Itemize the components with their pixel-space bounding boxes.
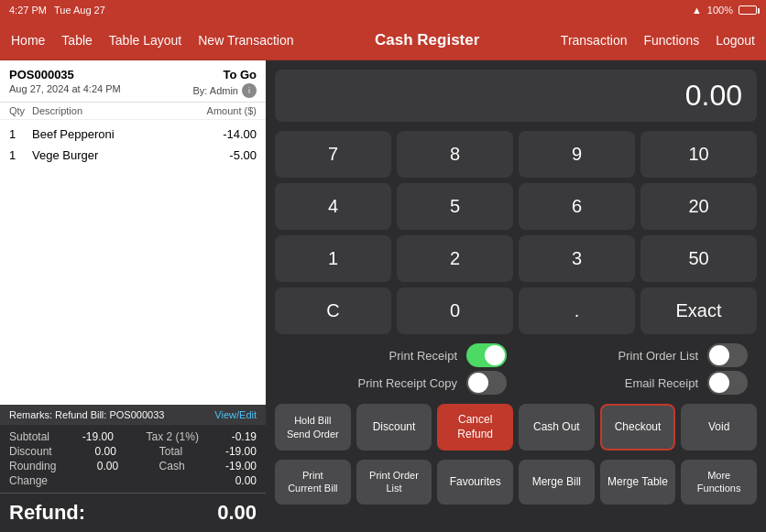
item-qty-2: 1 [9, 148, 32, 162]
item-qty-1: 1 [9, 127, 32, 141]
numpad-3[interactable]: 3 [519, 235, 635, 282]
nav-transaction[interactable]: Transaction [561, 33, 628, 48]
toggle-receipt-copy-row: Print Receipt Copy [284, 371, 507, 395]
numpad-decimal[interactable]: . [519, 288, 635, 334]
numpad-20[interactable]: 20 [640, 183, 757, 230]
total-label: Total [159, 445, 182, 458]
toggle-receipt-copy[interactable] [466, 371, 507, 395]
numpad-2[interactable]: 2 [397, 235, 513, 282]
checkout-button[interactable]: Checkout [600, 404, 676, 451]
numpad-5[interactable]: 5 [397, 183, 513, 230]
receipt-items: 1 Beef Pepperoni -14.00 1 Vege Burger -5… [0, 120, 266, 405]
status-time: 4:27 PM [9, 5, 47, 16]
receipt-header: POS000035 To Go Aug 27, 2024 at 4:24 PM … [0, 60, 266, 103]
toggle-print-receipt[interactable] [466, 343, 507, 367]
void-button[interactable]: Void [681, 404, 757, 451]
toggle-email-receipt-label: Email Receipt [625, 376, 698, 390]
receipt-panel: POS000035 To Go Aug 27, 2024 at 4:24 PM … [0, 60, 266, 532]
remarks-bar: Remarks: Refund Bill: POS000033 View/Edi… [0, 405, 266, 425]
nav-table[interactable]: Table [61, 33, 92, 48]
numpad-clear[interactable]: C [275, 288, 391, 334]
nav-new-transaction[interactable]: New Transaction [198, 33, 293, 48]
rounding-value: 0.00 [97, 460, 118, 472]
rounding-label: Rounding [9, 460, 56, 472]
item-amount-2: -5.00 [202, 148, 257, 162]
refund-row: Refund: 0.00 [0, 493, 266, 532]
item-desc-1: Beef Pepperoni [32, 127, 202, 141]
toggle-print-order-label: Print Order List [618, 349, 698, 363]
total-row-4: Change 0.00 [9, 473, 257, 488]
battery-icon [739, 5, 757, 15]
col-desc-label: Description [32, 105, 202, 116]
numpad-9[interactable]: 9 [519, 131, 635, 178]
numpad-1[interactable]: 1 [275, 235, 391, 282]
numpad-8[interactable]: 8 [397, 131, 513, 178]
status-bar-left: 4:27 PM Tue Aug 27 [9, 5, 105, 16]
print-current-bill-button[interactable]: Print Current Bill [275, 460, 351, 505]
toggle-receipt-copy-label: Print Receipt Copy [358, 376, 457, 390]
tax-label: Tax 2 (1%) [147, 430, 199, 443]
print-order-list-button[interactable]: Print Order List [356, 460, 432, 505]
discount-label: Discount [9, 445, 52, 458]
item-amount-1: -14.00 [202, 127, 257, 141]
nav-functions[interactable]: Functions [643, 33, 699, 48]
totals-section: Subtotal -19.00 Tax 2 (1%) -0.19 Discoun… [0, 425, 266, 493]
change-value: 0.00 [235, 474, 257, 487]
total-value: -19.00 [225, 445, 257, 458]
discount-value: 0.00 [95, 445, 116, 458]
nav-table-layout[interactable]: Table Layout [109, 33, 181, 48]
numpad-7[interactable]: 7 [275, 131, 391, 178]
numpad-10[interactable]: 10 [640, 131, 757, 178]
remarks-text: Remarks: Refund Bill: POS000033 [9, 409, 164, 420]
numpad-grid: 7 8 9 10 4 5 6 20 1 2 3 50 C 0 . Exact [275, 131, 757, 334]
more-functions-button[interactable]: More Functions [681, 460, 757, 505]
main-layout: POS000035 To Go Aug 27, 2024 at 4:24 PM … [0, 60, 766, 532]
hold-bill-button[interactable]: Hold Bill Send Order [275, 404, 351, 451]
cash-label: Cash [159, 460, 185, 472]
receipt-item-2: 1 Vege Burger -5.00 [0, 145, 266, 166]
receipt-footer: Remarks: Refund Bill: POS000033 View/Edi… [0, 405, 266, 532]
wifi-icon: ▲ [692, 5, 702, 16]
numpad-display: 0.00 [275, 70, 757, 122]
top-nav-right: Transaction Functions Logout [561, 33, 755, 48]
merge-table-button[interactable]: Merge Table [600, 460, 676, 505]
nav-home[interactable]: Home [11, 33, 45, 48]
toggle-print-order[interactable] [707, 343, 748, 367]
nav-logout[interactable]: Logout [716, 33, 755, 48]
order-id: POS000035 [9, 68, 74, 81]
order-type: To Go [223, 68, 257, 81]
col-amount-label: Amount ($) [202, 105, 257, 116]
total-row-1: Subtotal -19.00 Tax 2 (1%) -0.19 [9, 429, 257, 444]
status-bar: 4:27 PM Tue Aug 27 ▲ 100% [0, 0, 766, 20]
total-row-3: Rounding 0.00 Cash -19.00 [9, 459, 257, 473]
refund-amount: 0.00 [217, 501, 257, 525]
numpad-exact[interactable]: Exact [640, 288, 757, 334]
numpad-6[interactable]: 6 [519, 183, 635, 230]
numpad-50[interactable]: 50 [640, 235, 757, 282]
merge-bill-button[interactable]: Merge Bill [519, 460, 595, 505]
total-row-2: Discount 0.00 Total -19.00 [9, 444, 257, 459]
toggle-print-order-row: Print Order List [525, 343, 748, 367]
item-desc-2: Vege Burger [32, 148, 202, 162]
col-qty-label: Qty [9, 105, 32, 116]
cash-out-button[interactable]: Cash Out [519, 404, 595, 451]
toggle-print-receipt-label: Print Receipt [389, 349, 457, 363]
cash-value: -19.00 [225, 460, 257, 472]
right-panel: 0.00 7 8 9 10 4 5 6 20 1 2 3 50 C 0 . Ex… [266, 60, 766, 532]
numpad-4[interactable]: 4 [275, 183, 391, 230]
receipt-item-1: 1 Beef Pepperoni -14.00 [0, 124, 266, 145]
view-edit-link[interactable]: View/Edit [214, 409, 257, 420]
action-row-2: Print Current Bill Print Order List Favo… [275, 460, 757, 505]
refund-label: Refund: [9, 501, 85, 525]
receipt-col-headers: Qty Description Amount ($) [0, 103, 266, 120]
numpad-0[interactable]: 0 [397, 288, 513, 334]
discount-button[interactable]: Discount [356, 404, 432, 451]
cancel-refund-button[interactable]: Cancel Refund [437, 404, 513, 451]
toggle-email-receipt[interactable] [707, 371, 748, 395]
favourites-button[interactable]: Favourites [437, 460, 513, 505]
tax-value: -0.19 [232, 430, 257, 443]
toggle-print-receipt-row: Print Receipt [284, 343, 507, 367]
page-title: Cash Register [375, 31, 479, 49]
order-by: By: Admin [192, 85, 238, 96]
subtotal-value: -19.00 [82, 430, 114, 443]
